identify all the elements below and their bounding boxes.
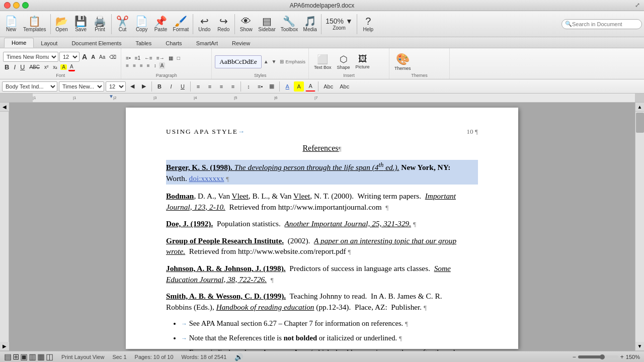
search-input[interactable]	[572, 21, 637, 27]
tab-home[interactable]: Home	[4, 38, 34, 48]
scroll-thumb[interactable]	[636, 113, 644, 133]
indent-dec-button[interactable]: ←≡	[143, 55, 154, 61]
view-icon-4[interactable]: ▥	[29, 352, 36, 361]
new-button[interactable]: 📄 New	[2, 15, 20, 33]
print-button[interactable]: 🖨️ Print	[91, 15, 109, 33]
list-fmt-button[interactable]: ≡•	[255, 81, 265, 92]
document-area[interactable]: USING APA STYLE → 10 ¶ References¶ Berge…	[9, 103, 635, 351]
format-button[interactable]: 🖌️ Format	[171, 15, 191, 33]
view-icon-6[interactable]: ◫	[46, 352, 53, 361]
decrease-font-button[interactable]: ◀	[127, 81, 137, 92]
italic-fmt-button[interactable]: I	[166, 81, 176, 92]
undo-button[interactable]: ↩ Undo	[195, 15, 213, 33]
justify-button[interactable]: ≡	[145, 62, 151, 69]
font-size-dropdown[interactable]: 12	[106, 81, 126, 92]
paste-button[interactable]: 📌 Paste	[152, 15, 170, 33]
redo-button[interactable]: ↪ Redo	[214, 15, 232, 33]
search-box[interactable]: 🔍	[561, 19, 642, 29]
align-left-fmt-button[interactable]: ≡	[193, 81, 203, 92]
align-right-button[interactable]: ≡	[138, 62, 144, 69]
help-button[interactable]: ? Help	[359, 15, 377, 33]
bullets-button[interactable]: ≡•	[124, 55, 132, 61]
media-button[interactable]: 🎵 Media	[301, 15, 319, 33]
font-case-button[interactable]: Aa	[98, 54, 107, 60]
resize-icon[interactable]: ⤢	[635, 2, 640, 9]
align-left-button[interactable]: ≡	[124, 62, 130, 69]
tab-charts[interactable]: Charts	[158, 39, 189, 48]
sidebar-button[interactable]: ▤ Sidebar	[256, 15, 277, 33]
view-icon-3[interactable]: ▣	[20, 352, 28, 361]
indent-inc-button[interactable]: ≡→	[155, 55, 166, 61]
strikethrough-button[interactable]: ABC	[28, 64, 41, 70]
superscript-button[interactable]: x²	[43, 64, 50, 70]
font-color-button[interactable]: A	[68, 63, 75, 71]
picture-button[interactable]: 🖼 Picture	[354, 53, 372, 70]
ribbon-font-size-select[interactable]: 12	[59, 52, 79, 62]
style-preview[interactable]: AaBbCcDdEe	[215, 55, 261, 68]
font-color-fmt-btn[interactable]: A	[305, 81, 315, 92]
shape-button[interactable]: ⬡ Shape	[335, 53, 353, 71]
close-button[interactable]	[4, 2, 11, 9]
numbering-button[interactable]: ≡1	[133, 55, 142, 61]
columns-button[interactable]: ▦	[167, 55, 175, 61]
toolbox-button[interactable]: 🔧 Toolbox	[279, 15, 300, 33]
tab-smartart[interactable]: SmartArt	[189, 39, 225, 48]
underline-button[interactable]: U	[19, 63, 26, 71]
underline-fmt-button[interactable]: U	[178, 81, 188, 92]
left-scroll-track[interactable]	[0, 112, 9, 342]
justify-fmt-button[interactable]: ≡	[228, 81, 238, 92]
tab-tables[interactable]: Tables	[128, 39, 158, 48]
increase-font-button[interactable]: ▶	[139, 81, 149, 92]
effects-btn[interactable]: Abc	[321, 81, 336, 92]
bold-button[interactable]: B	[3, 63, 11, 71]
font-grow-button[interactable]: A	[80, 52, 89, 61]
bold-fmt-button[interactable]: B	[154, 81, 165, 92]
window-controls[interactable]	[4, 2, 29, 9]
line-spacing-fmt-button[interactable]: ↕	[244, 81, 254, 92]
styles-scroll-down[interactable]: ▼	[271, 58, 278, 65]
clear-format-button[interactable]: ⌫	[108, 54, 118, 60]
view-icon-5[interactable]: ▦	[37, 352, 45, 361]
minimize-button[interactable]	[13, 2, 20, 9]
save-button[interactable]: 💾 Save	[72, 15, 90, 33]
highlight-fmt-btn[interactable]: A	[294, 81, 304, 92]
zoom-out-button[interactable]: −	[573, 353, 576, 360]
scroll-down-button[interactable]: ▼	[635, 342, 645, 351]
cut-button[interactable]: ✂️ Cut	[114, 15, 132, 33]
scroll-right-btn[interactable]: ▶	[0, 342, 9, 351]
ribbon-font-family-select[interactable]: Times New Roman	[3, 52, 58, 62]
italic-button[interactable]: I	[12, 63, 17, 71]
text-box-button[interactable]: ⬜ Text Box	[312, 53, 334, 71]
status-icon[interactable]: 🔊	[234, 353, 243, 361]
borders-button[interactable]: □	[176, 55, 182, 61]
case-btn[interactable]: Abc	[337, 81, 352, 92]
styles-scroll-up[interactable]: ▲	[263, 58, 270, 65]
themes-button[interactable]: 🎨 Themes	[392, 52, 413, 72]
maximize-button[interactable]	[22, 2, 29, 9]
highlight-button[interactable]: A	[60, 64, 67, 70]
style-dropdown[interactable]: Body Text Ind...	[2, 81, 57, 92]
view-icon-1[interactable]: ▤	[4, 352, 12, 361]
styles-expand[interactable]: ⊞	[279, 58, 285, 65]
align-center-button[interactable]: ≡	[131, 62, 137, 69]
subscript-button[interactable]: x₂	[51, 64, 59, 70]
open-button[interactable]: 📂 Open	[53, 15, 71, 33]
align-center-fmt-button[interactable]: ≡	[205, 81, 215, 92]
color-underline-btn[interactable]: A	[282, 81, 292, 92]
view-icon-2[interactable]: ⊞	[13, 352, 19, 361]
tab-layout[interactable]: Layout	[34, 39, 64, 48]
align-right-fmt-button[interactable]: ≡	[216, 81, 226, 92]
templates-button[interactable]: 📋 Templates	[21, 15, 48, 33]
line-spacing-button[interactable]: ↕	[152, 62, 158, 69]
scroll-up-button[interactable]: ▲	[635, 103, 645, 112]
zoom-slider[interactable]	[578, 355, 618, 358]
font-family-dropdown[interactable]: Times New...	[59, 81, 104, 92]
shading-button[interactable]: A	[159, 62, 166, 69]
right-scroll-track[interactable]	[635, 112, 644, 342]
tab-review[interactable]: Review	[225, 39, 257, 48]
zoom-in-button[interactable]: +	[620, 353, 624, 360]
columns-fmt-button[interactable]: ▦	[267, 81, 277, 92]
scroll-left-btn[interactable]: ◀	[0, 103, 9, 112]
show-button[interactable]: 👁 Show	[237, 15, 255, 33]
zoom-button[interactable]: 150% ▼ Zoom	[324, 17, 355, 32]
